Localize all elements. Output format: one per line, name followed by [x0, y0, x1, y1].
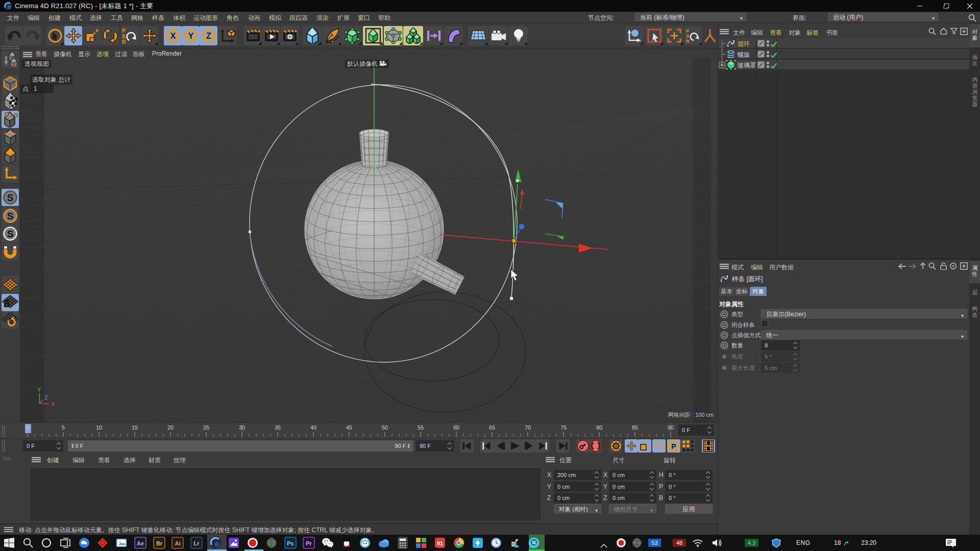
svg-text:Ps: Ps — [287, 540, 293, 546]
svg-text:Z: Z — [44, 394, 48, 400]
svg-text:P: P — [122, 28, 126, 34]
svg-text:Br: Br — [156, 540, 162, 546]
svg-text:R: R — [686, 39, 690, 43]
svg-text:91: 91 — [436, 540, 443, 546]
svg-text:S: S — [122, 34, 126, 39]
svg-text:R: R — [122, 39, 126, 44]
svg-text:Lr: Lr — [193, 540, 200, 546]
svg-text:P: P — [686, 29, 689, 34]
svg-text:S: S — [686, 34, 689, 39]
svg-text:Ae: Ae — [136, 540, 143, 546]
svg-text:Pr: Pr — [306, 540, 312, 546]
svg-text:X: X — [51, 401, 55, 407]
svg-text:Ai: Ai — [175, 540, 180, 546]
svg-text:Z: Z — [206, 32, 211, 40]
svg-text:Y: Y — [37, 387, 41, 393]
svg-text:P: P — [671, 442, 676, 450]
svg-text:Y: Y — [188, 32, 193, 40]
svg-text:X: X — [170, 32, 176, 40]
